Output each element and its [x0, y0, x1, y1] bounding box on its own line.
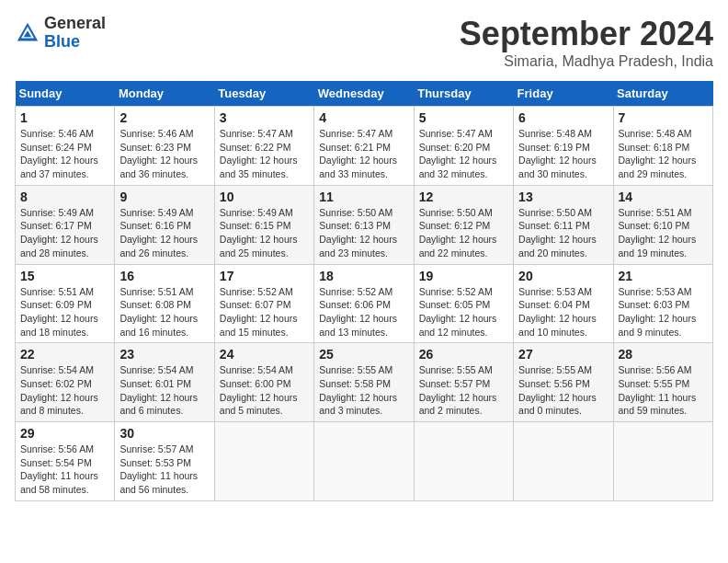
calendar-day-cell: 18Sunrise: 5:52 AM Sunset: 6:06 PM Dayli…	[314, 264, 414, 343]
day-info: Sunrise: 5:51 AM Sunset: 6:10 PM Dayligh…	[619, 206, 708, 260]
weekday-header: Saturday	[613, 81, 712, 107]
day-info: Sunrise: 5:51 AM Sunset: 6:08 PM Dayligh…	[119, 285, 209, 339]
calendar-day-cell: 22Sunrise: 5:54 AM Sunset: 6:02 PM Dayli…	[16, 343, 115, 422]
day-info: Sunrise: 5:52 AM Sunset: 6:05 PM Dayligh…	[419, 285, 508, 339]
day-number: 18	[319, 269, 408, 283]
day-number: 13	[518, 190, 608, 204]
day-number: 9	[119, 190, 209, 204]
day-number: 15	[20, 269, 109, 283]
calendar-week-row: 29Sunrise: 5:56 AM Sunset: 5:54 PM Dayli…	[16, 422, 713, 501]
calendar-day-cell: 27Sunrise: 5:55 AM Sunset: 5:56 PM Dayli…	[514, 343, 613, 422]
day-info: Sunrise: 5:46 AM Sunset: 6:23 PM Dayligh…	[119, 127, 209, 181]
day-number: 16	[119, 269, 209, 283]
day-number: 4	[319, 110, 408, 125]
weekday-header-row: SundayMondayTuesdayWednesdayThursdayFrid…	[16, 81, 713, 107]
calendar-day-cell: 19Sunrise: 5:52 AM Sunset: 6:05 PM Dayli…	[414, 264, 513, 343]
day-number: 24	[220, 347, 309, 362]
day-info: Sunrise: 5:50 AM Sunset: 6:13 PM Dayligh…	[319, 206, 408, 260]
day-info: Sunrise: 5:53 AM Sunset: 6:04 PM Dayligh…	[518, 285, 608, 339]
day-number: 5	[419, 110, 508, 125]
calendar-week-row: 1Sunrise: 5:46 AM Sunset: 6:24 PM Daylig…	[16, 107, 713, 186]
day-info: Sunrise: 5:47 AM Sunset: 6:22 PM Dayligh…	[220, 127, 309, 181]
calendar-day-cell: 20Sunrise: 5:53 AM Sunset: 6:04 PM Dayli…	[514, 264, 613, 343]
calendar-day-cell: 1Sunrise: 5:46 AM Sunset: 6:24 PM Daylig…	[16, 107, 115, 186]
day-info: Sunrise: 5:54 AM Sunset: 6:00 PM Dayligh…	[220, 363, 309, 418]
calendar-day-cell: 13Sunrise: 5:50 AM Sunset: 6:11 PM Dayli…	[514, 185, 613, 264]
calendar-day-cell: 16Sunrise: 5:51 AM Sunset: 6:08 PM Dayli…	[115, 264, 214, 343]
calendar-day-cell: 8Sunrise: 5:49 AM Sunset: 6:17 PM Daylig…	[16, 185, 115, 264]
logo: General Blue	[15, 15, 106, 52]
day-info: Sunrise: 5:48 AM Sunset: 6:18 PM Dayligh…	[619, 127, 708, 181]
day-number: 25	[319, 347, 408, 362]
calendar-day-cell: 17Sunrise: 5:52 AM Sunset: 6:07 PM Dayli…	[214, 264, 313, 343]
calendar-day-cell: 14Sunrise: 5:51 AM Sunset: 6:10 PM Dayli…	[613, 185, 712, 264]
day-info: Sunrise: 5:49 AM Sunset: 6:16 PM Dayligh…	[119, 206, 209, 260]
day-info: Sunrise: 5:56 AM Sunset: 5:54 PM Dayligh…	[20, 442, 109, 497]
weekday-header: Thursday	[414, 81, 513, 107]
day-info: Sunrise: 5:50 AM Sunset: 6:12 PM Dayligh…	[419, 206, 508, 260]
page-header: General Blue September 2024 Simaria, Mad…	[15, 15, 713, 70]
day-info: Sunrise: 5:53 AM Sunset: 6:03 PM Dayligh…	[619, 285, 708, 339]
day-info: Sunrise: 5:55 AM Sunset: 5:58 PM Dayligh…	[319, 363, 408, 418]
calendar-day-cell: 25Sunrise: 5:55 AM Sunset: 5:58 PM Dayli…	[314, 343, 414, 422]
calendar-day-cell	[214, 422, 313, 501]
calendar-day-cell: 30Sunrise: 5:57 AM Sunset: 5:53 PM Dayli…	[115, 422, 214, 501]
day-number: 21	[619, 269, 708, 283]
day-number: 19	[419, 269, 508, 283]
calendar-day-cell	[414, 422, 513, 501]
day-info: Sunrise: 5:47 AM Sunset: 6:20 PM Dayligh…	[419, 127, 508, 181]
day-number: 10	[220, 190, 309, 204]
calendar-day-cell: 10Sunrise: 5:49 AM Sunset: 6:15 PM Dayli…	[214, 185, 313, 264]
logo-general-text: General	[44, 15, 106, 33]
location-title: Simaria, Madhya Pradesh, India	[460, 53, 713, 70]
calendar-table: SundayMondayTuesdayWednesdayThursdayFrid…	[15, 81, 713, 501]
day-info: Sunrise: 5:52 AM Sunset: 6:07 PM Dayligh…	[220, 285, 309, 339]
calendar-day-cell: 23Sunrise: 5:54 AM Sunset: 6:01 PM Dayli…	[115, 343, 214, 422]
title-block: September 2024 Simaria, Madhya Pradesh, …	[460, 15, 713, 70]
day-number: 29	[20, 426, 109, 441]
day-number: 23	[119, 347, 209, 362]
day-number: 17	[220, 269, 309, 283]
day-number: 7	[619, 110, 708, 125]
calendar-day-cell: 5Sunrise: 5:47 AM Sunset: 6:20 PM Daylig…	[414, 107, 513, 186]
day-info: Sunrise: 5:50 AM Sunset: 6:11 PM Dayligh…	[518, 206, 608, 260]
day-number: 22	[20, 347, 109, 362]
calendar-day-cell	[613, 422, 712, 501]
calendar-day-cell: 15Sunrise: 5:51 AM Sunset: 6:09 PM Dayli…	[16, 264, 115, 343]
day-number: 8	[20, 190, 109, 204]
day-number: 11	[319, 190, 408, 204]
calendar-day-cell: 29Sunrise: 5:56 AM Sunset: 5:54 PM Dayli…	[16, 422, 115, 501]
day-info: Sunrise: 5:52 AM Sunset: 6:06 PM Dayligh…	[319, 285, 408, 339]
calendar-day-cell: 9Sunrise: 5:49 AM Sunset: 6:16 PM Daylig…	[115, 185, 214, 264]
day-info: Sunrise: 5:51 AM Sunset: 6:09 PM Dayligh…	[20, 285, 109, 339]
day-info: Sunrise: 5:47 AM Sunset: 6:21 PM Dayligh…	[319, 127, 408, 181]
calendar-day-cell: 26Sunrise: 5:55 AM Sunset: 5:57 PM Dayli…	[414, 343, 513, 422]
day-number: 30	[119, 426, 209, 441]
calendar-day-cell: 2Sunrise: 5:46 AM Sunset: 6:23 PM Daylig…	[115, 107, 214, 186]
calendar-week-row: 22Sunrise: 5:54 AM Sunset: 6:02 PM Dayli…	[16, 343, 713, 422]
calendar-week-row: 15Sunrise: 5:51 AM Sunset: 6:09 PM Dayli…	[16, 264, 713, 343]
calendar-day-cell: 24Sunrise: 5:54 AM Sunset: 6:00 PM Dayli…	[214, 343, 313, 422]
day-number: 20	[518, 269, 608, 283]
weekday-header: Wednesday	[314, 81, 414, 107]
calendar-week-row: 8Sunrise: 5:49 AM Sunset: 6:17 PM Daylig…	[16, 185, 713, 264]
day-number: 1	[20, 110, 109, 125]
day-number: 14	[619, 190, 708, 204]
day-info: Sunrise: 5:46 AM Sunset: 6:24 PM Dayligh…	[20, 127, 109, 181]
day-info: Sunrise: 5:55 AM Sunset: 5:56 PM Dayligh…	[518, 363, 608, 418]
calendar-day-cell: 12Sunrise: 5:50 AM Sunset: 6:12 PM Dayli…	[414, 185, 513, 264]
day-number: 2	[119, 110, 209, 125]
day-number: 12	[419, 190, 508, 204]
day-number: 26	[419, 347, 508, 362]
calendar-day-cell: 6Sunrise: 5:48 AM Sunset: 6:19 PM Daylig…	[514, 107, 613, 186]
day-info: Sunrise: 5:57 AM Sunset: 5:53 PM Dayligh…	[119, 442, 209, 497]
calendar-day-cell: 7Sunrise: 5:48 AM Sunset: 6:18 PM Daylig…	[613, 107, 712, 186]
day-number: 6	[518, 110, 608, 125]
logo-icon	[15, 20, 40, 46]
calendar-day-cell: 28Sunrise: 5:56 AM Sunset: 5:55 PM Dayli…	[613, 343, 712, 422]
day-number: 28	[619, 347, 708, 362]
calendar-day-cell: 11Sunrise: 5:50 AM Sunset: 6:13 PM Dayli…	[314, 185, 414, 264]
day-info: Sunrise: 5:54 AM Sunset: 6:01 PM Dayligh…	[119, 363, 209, 418]
calendar-day-cell: 4Sunrise: 5:47 AM Sunset: 6:21 PM Daylig…	[314, 107, 414, 186]
weekday-header: Sunday	[16, 81, 115, 107]
